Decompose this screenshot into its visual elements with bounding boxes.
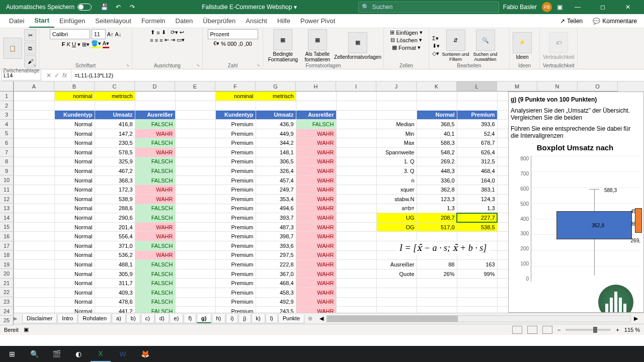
cell[interactable]: Premium: [215, 120, 256, 129]
cell[interactable]: Normal: [54, 232, 95, 241]
undo-icon[interactable]: ↶: [114, 3, 123, 12]
cell[interactable]: [336, 92, 376, 101]
cell[interactable]: [175, 260, 215, 269]
cell[interactable]: [14, 288, 54, 297]
cell[interactable]: Normal: [54, 175, 95, 185]
cell[interactable]: [175, 157, 215, 166]
excel-taskbar-icon[interactable]: X: [91, 346, 111, 362]
col-header[interactable]: E: [175, 81, 215, 92]
cell[interactable]: Quote: [376, 269, 417, 279]
cell[interactable]: WAHR: [296, 213, 336, 223]
cell[interactable]: [336, 138, 376, 148]
cell[interactable]: WAHR: [135, 250, 175, 260]
cell[interactable]: 467,2: [95, 166, 135, 176]
cell[interactable]: Normal: [54, 166, 95, 176]
cell[interactable]: [336, 279, 376, 288]
search-box[interactable]: 🔍 Suchen: [358, 2, 499, 13]
cell[interactable]: 492,9: [256, 297, 296, 307]
cell[interactable]: WAHR: [296, 166, 336, 176]
paste-button[interactable]: 📋: [3, 38, 22, 59]
cell[interactable]: [457, 92, 497, 101]
tab-view[interactable]: Ansicht: [240, 14, 272, 28]
save-icon[interactable]: 💾: [100, 3, 109, 12]
col-header[interactable]: L: [457, 81, 497, 92]
cell[interactable]: n: [376, 175, 417, 185]
cell[interactable]: [457, 232, 497, 241]
align-bot-icon[interactable]: ⬇: [162, 29, 166, 36]
cell[interactable]: [14, 138, 54, 148]
row-header[interactable]: 16: [0, 232, 14, 241]
cell[interactable]: 312,5: [457, 157, 497, 166]
cell[interactable]: FALSCH: [135, 138, 175, 148]
cell[interactable]: WAHR: [135, 222, 175, 232]
row-header[interactable]: 15: [0, 222, 14, 232]
cell[interactable]: 208,7: [417, 213, 457, 223]
cell[interactable]: 678,7: [457, 138, 497, 148]
cell[interactable]: [14, 195, 54, 204]
cell[interactable]: [175, 222, 215, 232]
cell[interactable]: FALSCH: [135, 307, 175, 313]
cell[interactable]: [135, 101, 175, 111]
sheet-tab[interactable]: k): [252, 314, 265, 323]
cell[interactable]: 383,1: [457, 185, 497, 195]
cell[interactable]: 436,9: [256, 120, 296, 129]
cell[interactable]: 201,4: [95, 222, 135, 232]
cell[interactable]: Min: [376, 129, 417, 138]
redo-icon[interactable]: ↷: [128, 3, 137, 12]
cell[interactable]: WAHR: [135, 195, 175, 204]
cell[interactable]: Normal: [54, 307, 95, 313]
cell[interactable]: metrisch: [95, 92, 135, 101]
cell[interactable]: [14, 222, 54, 232]
cell[interactable]: 409,3: [95, 288, 135, 297]
tab-start[interactable]: Start: [29, 14, 54, 28]
cell[interactable]: [336, 213, 376, 223]
cell[interactable]: [376, 288, 417, 297]
firefox-taskbar-icon[interactable]: 🦊: [135, 346, 155, 362]
cell[interactable]: [135, 92, 175, 101]
cell[interactable]: [175, 269, 215, 279]
tab-insert[interactable]: Einfügen: [54, 14, 90, 28]
cell[interactable]: 536,2: [95, 250, 135, 260]
cell[interactable]: WAHR: [296, 288, 336, 297]
thousand-icon[interactable]: 000: [227, 41, 236, 47]
cell[interactable]: 398,7: [256, 232, 296, 241]
cell[interactable]: [175, 92, 215, 101]
cell[interactable]: FALSCH: [135, 166, 175, 176]
cell[interactable]: Kundentyp: [215, 110, 256, 120]
cell[interactable]: 227,7: [457, 213, 497, 223]
cell[interactable]: [336, 195, 376, 204]
cell[interactable]: Premium: [215, 204, 256, 213]
share-button[interactable]: ↗Teilen: [557, 17, 586, 26]
cell[interactable]: 325,9: [95, 157, 135, 166]
cell[interactable]: FALSCH: [135, 269, 175, 279]
cell[interactable]: 3. Q: [376, 166, 417, 176]
cell[interactable]: WAHR: [296, 157, 336, 166]
cell[interactable]: Normal: [54, 279, 95, 288]
search-taskbar-icon[interactable]: 🔍: [24, 346, 44, 362]
cell[interactable]: Umsatz: [95, 110, 135, 120]
cell[interactable]: WAHR: [296, 175, 336, 185]
cell[interactable]: [14, 157, 54, 166]
add-sheet-button[interactable]: ⊕: [305, 315, 315, 322]
cell[interactable]: Premium: [215, 148, 256, 157]
cells-insert-button[interactable]: ⊞Einfügen▾: [390, 29, 422, 36]
cell[interactable]: WAHR: [296, 185, 336, 195]
ribbon-display-icon[interactable]: ▣: [557, 4, 562, 11]
cell[interactable]: 468,4: [457, 166, 497, 176]
cell[interactable]: WAHR: [296, 269, 336, 279]
cell[interactable]: Premium: [215, 269, 256, 279]
row-header[interactable]: 2: [0, 101, 14, 111]
cell[interactable]: 368,5: [417, 120, 457, 129]
cell[interactable]: 1,3: [417, 204, 457, 213]
col-header[interactable]: C: [95, 81, 135, 92]
sheet-tab[interactable]: f): [184, 314, 196, 323]
cell[interactable]: [14, 204, 54, 213]
cell[interactable]: 88: [417, 260, 457, 269]
cell[interactable]: [336, 307, 376, 313]
row-header[interactable]: 4: [0, 120, 14, 129]
cell[interactable]: [336, 250, 376, 260]
cell[interactable]: 556,4: [95, 232, 135, 241]
tab-powerpivot[interactable]: Power Pivot: [295, 14, 340, 28]
cell[interactable]: 288,6: [95, 204, 135, 213]
cell[interactable]: [336, 166, 376, 176]
